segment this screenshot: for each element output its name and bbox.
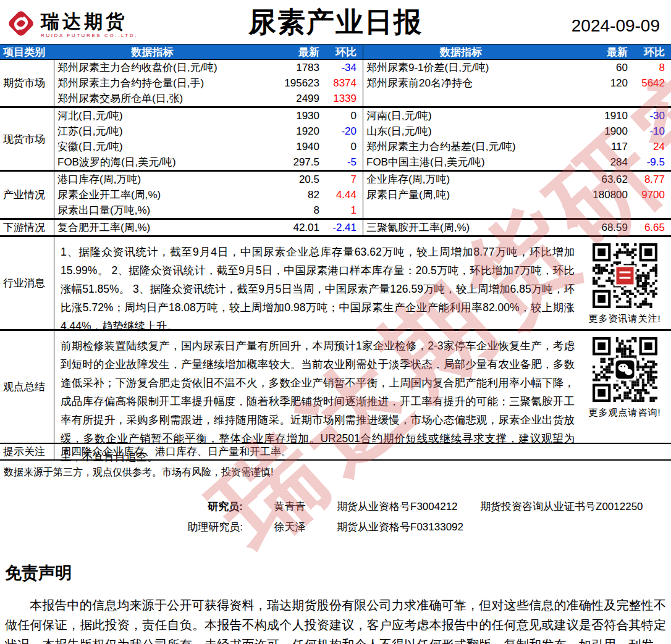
latest-value: 63.62: [559, 174, 631, 186]
indicator-name: 郑州尿素9-1价差(日,元/吨): [363, 61, 559, 75]
latest-value: 180800: [559, 189, 631, 201]
change-value: 24: [631, 141, 671, 153]
researcher-row: 研究员: 黄青青 期货从业资格号F3004212 期货投资咨询从业证书号Z001…: [170, 496, 671, 517]
indicator-name: 企业库存(周,万吨): [363, 172, 559, 186]
col-header-indicator: 数据指标: [363, 45, 559, 59]
indicator-name: 江苏(日,元/吨): [54, 124, 250, 138]
indicator-name: 河南(日,元/吨): [363, 109, 559, 123]
indicator-name: 港口库存(周,万吨): [54, 172, 250, 186]
change-value: 8374: [323, 77, 363, 90]
researcher-name: 黄青青: [243, 500, 337, 514]
section-category: 期货市场: [0, 60, 54, 106]
indicator-name: 复合肥开工率(周,%): [54, 220, 250, 235]
summary-qr-caption: 更多观点请咨询!: [588, 407, 660, 419]
indicator-name: 山东(日,元/吨): [363, 124, 559, 138]
change-value: -5: [323, 156, 363, 169]
table-row: 复合肥开工率(周,%) 42.01 -2.41 三聚氰胺开工率(周,%) 68.…: [54, 220, 671, 235]
data-source-note: 数据来源于第三方，观点仅供参考。市场有风险，投资需谨慎!: [4, 466, 671, 479]
section-category: 产业情况: [0, 172, 54, 218]
col-header-latest: 最新: [559, 45, 631, 59]
latest-value: 2499: [250, 93, 323, 105]
disclaimer-title: 免责声明: [5, 562, 671, 584]
table-row: FOB波罗的海(日,美元/吨) 297.5 -5 FOB中国主港(日,美元/吨)…: [54, 154, 671, 170]
col-header-change: 环比: [631, 45, 671, 59]
change-value: -10: [631, 125, 671, 138]
indicator-name: 郑州尿素主力合约基差(日,元/吨): [363, 140, 559, 154]
latest-value: 297.5: [250, 156, 323, 169]
indicator-name: 尿素日产量(周,吨): [363, 188, 559, 202]
section-downstream: 下游情况 复合肥开工率(周,%) 42.01 -2.41 三聚氰胺开工率(周,%…: [0, 218, 671, 235]
change-value: 8.77: [631, 174, 671, 186]
table-header-row: 项目类别 数据指标 最新 环比 数据指标 最新 环比: [0, 44, 671, 60]
summary-qr-block: 更多观点请咨询!: [578, 331, 671, 443]
change-value: 1339: [323, 93, 363, 105]
change-value: -2.41: [323, 222, 363, 234]
change-value: 1: [323, 204, 363, 217]
researcher-extra-cert: 期货投资咨询从业证书号Z0012250: [480, 500, 671, 514]
indicator-name: FOB波罗的海(日,美元/吨): [54, 155, 250, 169]
col-header-indicator: 数据指标: [54, 45, 250, 59]
report-table: 项目类别 数据指标 最新 环比 数据指标 最新 环比 期货市场 郑州尿素主力合约…: [0, 44, 671, 461]
col-header-change: 环比: [323, 45, 363, 59]
latest-value: 1930: [250, 110, 323, 122]
section-futures-market: 期货市场 郑州尿素主力合约收盘价(日,元/吨) 1783 -34 郑州尿素9-1…: [0, 60, 671, 106]
indicator-name: 郑州尿素交易所仓单(日,张): [54, 91, 250, 106]
indicator-name: 郑州尿素主力合约收盘价(日,元/吨): [54, 61, 250, 75]
latest-value: 60: [559, 62, 631, 74]
latest-value: 1920: [250, 125, 323, 138]
researcher-cert: 期货从业资格号F03133092: [337, 520, 480, 534]
change-value: 0: [323, 141, 363, 153]
indicator-name: 郑州尿素前20名净持仓: [363, 76, 559, 90]
latest-value: 117: [559, 141, 631, 153]
section-category: 观点总结: [0, 331, 54, 443]
latest-value: 1910: [559, 110, 631, 122]
table-row: 尿素出口量(万吨,%) 8 1: [54, 203, 671, 218]
latest-value: 284: [559, 156, 631, 169]
report-date: 2024-09-09: [572, 16, 660, 36]
table-row: 江苏(日,元/吨) 1920 -20 山东(日,元/吨) 1900 -10: [54, 123, 671, 139]
page-header: 瑞达期货 RUIDA FUTURES CO.,LTD. 尿素产业日报 2024-…: [0, 0, 671, 44]
latest-value: 68.59: [559, 222, 631, 234]
change-value: 4.44: [323, 189, 363, 201]
indicator-name: 尿素企业开工率(周,%): [54, 188, 250, 202]
section-category: 提示关注: [0, 444, 54, 459]
news-qr-code: [593, 243, 657, 308]
industry-news-text: 1、据隆众资讯统计，截至9月4日，中国尿素企业总库存量63.62万吨，较上周增加…: [54, 237, 578, 329]
table-row: 郑州尿素交易所仓单(日,张) 2499 1339: [54, 91, 671, 106]
change-value: -20: [323, 125, 363, 138]
indicator-name: 三聚氰胺开工率(周,%): [363, 220, 559, 235]
latest-value: 20.5: [250, 174, 323, 186]
indicator-name: 郑州尿素主力合约持仓量(日,手): [54, 76, 250, 90]
indicator-name: 安徽(日,元/吨): [54, 140, 250, 154]
latest-value: 195623: [250, 77, 323, 90]
change-value: 6.65: [631, 222, 671, 234]
indicator-name: 河北(日,元/吨): [54, 109, 250, 123]
page-title: 尿素产业日报: [0, 4, 671, 41]
researcher-cert: 期货从业资格号F3004212: [337, 500, 480, 514]
watch-notice-text: 周四隆众企业库存、港口库存、日产量和开工率。: [54, 445, 292, 459]
section-spot-market: 现货市场 河北(日,元/吨) 1930 0 河南(日,元/吨) 1910 -30…: [0, 106, 671, 170]
latest-value: 1783: [250, 62, 323, 74]
section-category: 现货市场: [0, 108, 54, 170]
change-value: -30: [631, 110, 671, 122]
researcher-row: 助理研究员: 徐天泽 期货从业资格号F03133092: [170, 517, 671, 537]
table-row: 尿素企业开工率(周,%) 82 4.44 尿素日产量(周,吨) 180800 9…: [54, 187, 671, 203]
table-row: 安徽(日,元/吨) 1940 0 郑州尿素主力合约基差(日,元/吨) 117 2…: [54, 139, 671, 154]
disclaimer-text: 本报告中的信息均来源于公开可获得资料，瑞达期货股份有限公司力求准确可靠，但对这些…: [5, 595, 666, 644]
section-category: 下游情况: [0, 220, 54, 235]
researchers-block: 研究员: 黄青青 期货从业资格号F3004212 期货投资咨询从业证书号Z001…: [170, 496, 671, 537]
latest-value: 1900: [559, 125, 631, 138]
table-row: 郑州尿素主力合约持仓量(日,手) 195623 8374 郑州尿素前20名净持仓…: [54, 75, 671, 91]
change-value: 9700: [631, 189, 671, 201]
researcher-label: 研究员:: [170, 500, 243, 514]
summary-qr-code: [593, 337, 657, 402]
table-row: 河北(日,元/吨) 1930 0 河南(日,元/吨) 1910 -30: [54, 108, 671, 123]
researcher-label: 助理研究员:: [170, 520, 243, 534]
researcher-name: 徐天泽: [243, 520, 337, 534]
col-header-category: 项目类别: [0, 45, 54, 59]
section-industry: 产业情况 港口库存(周,万吨) 20.5 7 企业库存(周,万吨) 63.62 …: [0, 170, 671, 218]
latest-value: 120: [559, 77, 631, 90]
table-row: 郑州尿素主力合约收盘价(日,元/吨) 1783 -34 郑州尿素9-1价差(日,…: [54, 60, 671, 75]
change-value: -34: [323, 62, 363, 74]
section-category: 行业消息: [0, 237, 54, 329]
